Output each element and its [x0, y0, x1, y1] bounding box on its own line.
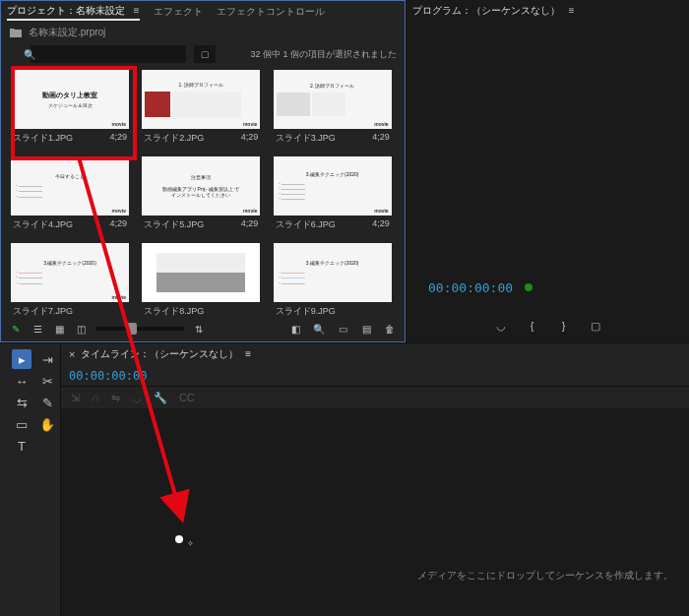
marker-add-icon[interactable]: ◡ [132, 392, 142, 404]
clip-thumbnail: 3.編集テクニック(2020) ・―――――― ・――――――・―――――― m… [11, 243, 129, 302]
insert-overwrite-icon[interactable]: ⇲ [71, 392, 80, 404]
sort-icon[interactable]: ⇅ [192, 322, 206, 336]
clip-duration: 4;29 [241, 132, 259, 145]
clip-item[interactable]: 注意事項 動画編集アプリPrを 編集室以上 で インストールしてください mov… [142, 156, 260, 243]
clip-duration: 4;29 [241, 218, 259, 231]
zoom-knob[interactable] [127, 323, 137, 335]
project-panel: プロジェクト：名称未設定 ≡ エフェクト エフェクトコントロール 名称未設定.p… [0, 0, 406, 342]
tool-column: ▸ ⇥ ↔ ✂ ⇆ ✎ ▭ ✋ T [0, 342, 61, 616]
new-bin-icon[interactable]: ▭ [336, 322, 349, 336]
search-icon: 🔍 [23, 47, 36, 61]
clip-name: スライド2.JPG [144, 132, 204, 145]
icon-view-icon[interactable]: ▦ [52, 322, 66, 336]
clip-item[interactable]: 3.編集テクニック(2020) ・―――――― ・――――――・―――――― m… [11, 243, 129, 316]
project-search-row: 🔍 ▢ 32 個中 1 個の項目が選択されました [1, 42, 405, 66]
clip-item[interactable]: スライド8.JPG [142, 243, 260, 316]
timeline-drop-hint: メディアをここにドロップしてシーケンスを作成します。 [417, 569, 673, 583]
razor-tool[interactable]: ✂ [37, 371, 57, 391]
search-input[interactable] [31, 45, 186, 63]
clip-item[interactable]: 1. 講師プロフィール movie スライド2.JPG 4;29 [142, 70, 260, 156]
snap-icon[interactable]: ∩ [92, 392, 99, 403]
hand-tool[interactable]: ✋ [37, 414, 57, 434]
trash-icon[interactable]: 🗑 [383, 322, 397, 336]
selection-tool[interactable]: ▸ [12, 349, 31, 369]
project-footer: ✎ ☰ ▦ ◫ ⇅ ◧ 🔍 ▭ ▤ 🗑 [1, 316, 405, 341]
slip-tool[interactable]: ⇆ [12, 393, 31, 412]
clip-duration: 4;29 [372, 218, 390, 231]
clip-thumbnail [142, 243, 260, 302]
close-icon[interactable]: × [69, 348, 75, 360]
clip-item[interactable]: 今日すること ・――――――・――――――・―――――― movie スライド4… [11, 156, 129, 243]
record-indicator-icon [525, 283, 532, 291]
clip-item[interactable]: 2. 講師プロフィール movie スライド3.JPG 4;29 [274, 70, 392, 156]
zoom-slider[interactable] [95, 327, 184, 331]
clip-thumbnail: 1. 講師プロフィール movie [142, 70, 260, 129]
tab-program[interactable]: プログラム：（シーケンスなし） ≡ [412, 4, 575, 18]
plus-cursor-icon: ✧ [187, 539, 194, 548]
project-tab-bar: プロジェクト：名称未設定 ≡ エフェクト エフェクトコントロール [1, 1, 405, 23]
rectangle-tool[interactable]: ▭ [12, 414, 31, 434]
project-path-row: 名称未設定.prproj [1, 23, 405, 42]
clip-name: スライド5.JPG [144, 218, 204, 231]
panel-menu-icon[interactable]: ≡ [245, 348, 251, 359]
panel-menu-icon[interactable]: ≡ [134, 5, 140, 16]
type-tool[interactable]: T [12, 436, 31, 456]
timeline-title: タイムライン：（シーケンスなし） ≡ [81, 347, 251, 361]
panel-menu-icon[interactable]: ≡ [569, 5, 575, 16]
program-controls: ◡ { } ▢ [407, 319, 689, 333]
find-icon[interactable]: 🔍 [312, 322, 326, 336]
clip-duration: 4;29 [109, 132, 127, 145]
clip-thumbnail: 2. 講師プロフィール movie [274, 70, 392, 129]
timeline-timecode[interactable]: 00:00:00:00 [69, 369, 147, 383]
clip-duration: 4;29 [109, 218, 127, 231]
project-path-label: 名称未設定.prproj [29, 26, 105, 39]
ripple-edit-tool[interactable]: ↔ [12, 371, 31, 391]
bin-grid: 動画のタリ上教室 スケジュール＆目次 movie スライド1.JPG 4;29 … [1, 66, 405, 316]
clip-thumbnail: 動画のタリ上教室 スケジュール＆目次 movie [11, 70, 129, 129]
clip-name: スライド1.JPG [13, 132, 73, 145]
tab-effect-controls[interactable]: エフェクトコントロール [217, 5, 325, 19]
tab-program-label: プログラム：（シーケンスなし） [412, 5, 560, 16]
pencil-icon[interactable]: ✎ [9, 322, 23, 336]
clip-item[interactable]: 動画のタリ上教室 スケジュール＆目次 movie スライド1.JPG 4;29 [11, 70, 129, 156]
track-select-tool[interactable]: ⇥ [37, 349, 57, 369]
clip-item[interactable]: 3.編集テクニック(2020) ・――――――・――――――・――――――・――… [274, 156, 392, 243]
timeline-panel: × タイムライン：（シーケンスなし） ≡ 00:00:00:00 ⇲ ∩ ⇋ ◡… [61, 342, 689, 616]
program-panel: プログラム：（シーケンスなし） ≡ 00:00:00:00 ◡ { } ▢ [406, 0, 689, 342]
tab-project[interactable]: プロジェクト：名称未設定 ≡ [7, 4, 140, 21]
clip-thumbnail: 注意事項 動画編集アプリPrを 編集室以上 で インストールしてください mov… [142, 156, 260, 216]
settings-icon[interactable]: 🔧 [154, 392, 167, 404]
new-item-icon[interactable]: ▤ [359, 322, 373, 336]
clip-name: スライド8.JPG [144, 305, 204, 316]
clip-item[interactable]: 3.編集テクニック(2020) ・―――――― ・―――――― ・―――――― … [274, 243, 392, 316]
export-frame-icon[interactable]: ▢ [589, 319, 602, 333]
mark-in-icon[interactable]: { [526, 319, 539, 333]
clip-thumbnail: 今日すること ・――――――・――――――・―――――― movie [11, 156, 129, 216]
search-in-button[interactable]: ▢ [194, 45, 216, 63]
marker-icon[interactable]: ◡ [494, 319, 508, 333]
clip-name: スライド3.JPG [276, 132, 336, 145]
clip-name: スライド6.JPG [276, 218, 336, 231]
clip-thumbnail: 3.編集テクニック(2020) ・―――――― ・―――――― ・―――――― [274, 243, 392, 302]
clip-duration: 4;29 [372, 132, 390, 145]
clip-thumbnail: 3.編集テクニック(2020) ・――――――・――――――・――――――・――… [274, 156, 392, 216]
timeline-body[interactable]: メディアをここにドロップしてシーケンスを作成します。 [61, 408, 689, 616]
clip-name: スライド9.JPG [276, 305, 336, 316]
timeline-toolbar: ⇲ ∩ ⇋ ◡ 🔧 CC [61, 387, 689, 408]
project-folder-icon [9, 26, 23, 39]
captions-icon[interactable]: CC [179, 392, 195, 403]
pen-tool[interactable]: ✎ [37, 393, 57, 412]
program-timecode[interactable]: 00:00:00:00 [428, 280, 513, 295]
drag-cursor-icon [175, 535, 183, 543]
clip-name: スライド4.JPG [13, 218, 73, 231]
automate-to-sequence-icon[interactable]: ◧ [288, 322, 302, 336]
tab-project-label: プロジェクト：名称未設定 [7, 5, 125, 16]
bin-icon: ▢ [201, 49, 210, 59]
linked-selection-icon[interactable]: ⇋ [111, 392, 120, 404]
clip-name: スライド7.JPG [13, 305, 73, 316]
selection-status: 32 個中 1 個の項目が選択されました [250, 48, 397, 61]
list-view-icon[interactable]: ☰ [31, 322, 44, 336]
tab-effects[interactable]: エフェクト [154, 5, 203, 19]
freeform-view-icon[interactable]: ◫ [74, 322, 88, 336]
mark-out-icon[interactable]: } [557, 319, 571, 333]
